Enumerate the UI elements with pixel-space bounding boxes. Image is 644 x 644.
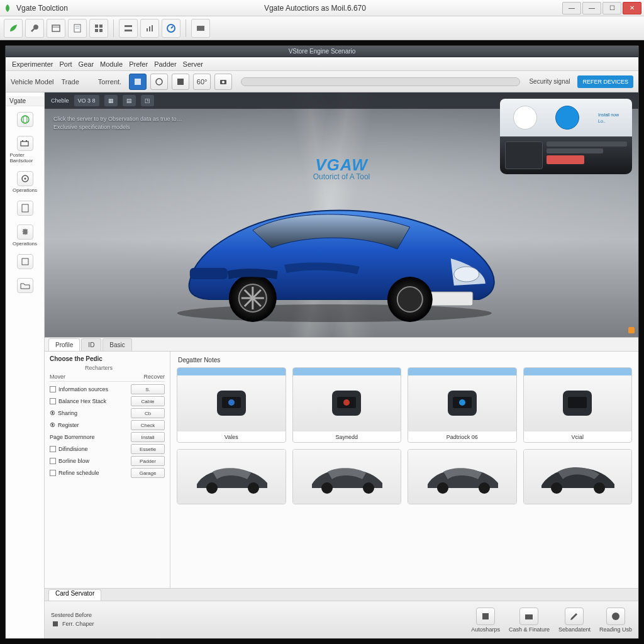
- option-button[interactable]: Install: [131, 432, 165, 442]
- svg-rect-29: [22, 204, 28, 212]
- sedan-icon: [408, 450, 516, 504]
- checkbox[interactable]: [50, 446, 56, 452]
- mode-button[interactable]: [129, 74, 147, 90]
- status-label: Autosharps: [471, 626, 500, 633]
- tool-leaf-icon[interactable]: [4, 19, 23, 38]
- finance-icon: [519, 608, 538, 625]
- checkbox[interactable]: [50, 470, 56, 476]
- tool-chart-icon[interactable]: [140, 19, 159, 38]
- status-item[interactable]: Autosharps: [471, 608, 500, 633]
- device-tile[interactable]: Saynedd: [292, 367, 402, 443]
- sedan-icon: [293, 450, 401, 504]
- status-tab[interactable]: Card Servator: [48, 589, 101, 601]
- tool-gauge-icon[interactable]: [162, 19, 180, 38]
- sidebar-item[interactable]: Operations: [10, 223, 40, 248]
- checkbox[interactable]: [50, 398, 56, 404]
- menu-item[interactable]: Experimenter: [12, 60, 53, 68]
- promo-icon: [513, 106, 537, 130]
- option-button[interactable]: Essetle: [131, 444, 165, 454]
- tool-page-icon[interactable]: [68, 19, 87, 38]
- option-button[interactable]: S.: [131, 384, 165, 394]
- tab-profile[interactable]: Profile: [48, 338, 80, 351]
- degree-button[interactable]: 60°: [193, 74, 211, 90]
- svg-rect-0: [52, 25, 60, 31]
- svg-point-45: [228, 399, 235, 406]
- close-button[interactable]: ✕: [623, 2, 641, 14]
- sidebar-item[interactable]: [10, 276, 40, 296]
- promo-card[interactable]: Install now Lo..: [500, 99, 632, 174]
- option-row: DifindisioneEssetle: [50, 444, 165, 454]
- sidebar-item[interactable]: Poster Bardsdoor: [10, 134, 40, 165]
- menu-item[interactable]: Padder: [154, 60, 176, 68]
- maximize-button[interactable]: ☐: [602, 2, 621, 14]
- menu-item[interactable]: Server: [183, 60, 203, 68]
- checkbox[interactable]: [50, 386, 56, 392]
- obd-device-icon: [408, 375, 516, 431]
- menu-item[interactable]: Port: [59, 60, 72, 68]
- tool-app-icon[interactable]: [191, 19, 210, 38]
- tool-window-icon[interactable]: [47, 19, 65, 38]
- sidebar-item[interactable]: [10, 199, 40, 219]
- options-sub: Recharters: [85, 365, 165, 371]
- hero-chip: Cheble: [51, 97, 69, 104]
- option-button[interactable]: Cb: [131, 408, 165, 418]
- tool-wrench-icon[interactable]: [25, 19, 44, 38]
- hero-chip[interactable]: ◳: [141, 95, 154, 106]
- tool-rows-icon[interactable]: [119, 19, 138, 38]
- status-item[interactable]: Sebandatent: [558, 608, 591, 633]
- svg-point-58: [437, 482, 448, 494]
- hero-banner: Cheble VO 3 8 ▦ ▤ ◳ Click the server to …: [45, 92, 638, 338]
- tile-label: Padtriock 06: [408, 431, 516, 442]
- svg-point-60: [551, 482, 562, 494]
- svg-rect-62: [53, 621, 58, 626]
- save-button[interactable]: [172, 74, 189, 90]
- svg-point-59: [479, 482, 490, 494]
- svg-point-48: [343, 399, 350, 406]
- minimize-button[interactable]: —: [562, 2, 581, 14]
- options-columns: Mover Recover: [50, 374, 165, 382]
- camera-button[interactable]: [214, 74, 232, 90]
- tab-id[interactable]: ID: [81, 338, 101, 351]
- svg-rect-17: [135, 79, 141, 85]
- vehicle-tile[interactable]: [408, 449, 517, 504]
- hero-chip[interactable]: VO 3 8: [74, 95, 99, 106]
- vehicle-tile[interactable]: [523, 449, 633, 504]
- option-button[interactable]: Garage: [131, 468, 165, 478]
- status-text: Sestered Before: [51, 612, 94, 618]
- device-tile[interactable]: Padtriock 06: [408, 367, 517, 443]
- tool-grid-icon[interactable]: [89, 19, 108, 38]
- status-item[interactable]: Reading Usb: [599, 608, 632, 633]
- hero-chip[interactable]: ▤: [123, 95, 136, 106]
- tab-basic[interactable]: Basic: [103, 338, 131, 351]
- option-button[interactable]: Padder: [131, 456, 165, 466]
- hero-chip[interactable]: ▦: [104, 95, 118, 106]
- menu-item[interactable]: Prefer: [129, 60, 148, 68]
- option-button[interactable]: Check: [131, 420, 165, 430]
- vehicle-tile[interactable]: [177, 449, 286, 504]
- device-grid-area: Degatter Notes Vales: [170, 352, 638, 588]
- hero-blurb-line: Click the server to try Observation data…: [53, 115, 182, 123]
- refer-devices-button[interactable]: REFER DEVICES: [577, 75, 633, 88]
- notification-icon[interactable]: [628, 327, 635, 333]
- torrent-label[interactable]: Torrent.: [98, 78, 121, 86]
- svg-point-23: [23, 116, 27, 123]
- promo-labels: Install now Lo..: [598, 113, 619, 123]
- security-link[interactable]: Security signal: [529, 78, 570, 85]
- device-tile[interactable]: Vales: [177, 367, 286, 443]
- tool-button[interactable]: [150, 74, 168, 90]
- sidebar-item[interactable]: Operations: [10, 169, 40, 195]
- option-button[interactable]: Cable: [131, 396, 165, 406]
- menu-item[interactable]: Module: [100, 60, 123, 68]
- sidebar-item[interactable]: [10, 110, 40, 130]
- main-area: Cheble VO 3 8 ▦ ▤ ◳ Click the server to …: [45, 92, 638, 638]
- restore-button[interactable]: —: [582, 2, 601, 14]
- device-tile[interactable]: Vcial: [523, 367, 633, 443]
- options-header: Choose the Pedic: [50, 355, 165, 362]
- menu-item[interactable]: Gear: [79, 60, 94, 68]
- checkbox[interactable]: [50, 458, 56, 464]
- svg-rect-7: [95, 29, 98, 32]
- vehicle-tile[interactable]: [292, 449, 402, 504]
- status-item[interactable]: Cash & Finature: [509, 608, 550, 633]
- status-label: Reading Usb: [599, 626, 632, 633]
- sidebar-item[interactable]: [10, 252, 40, 272]
